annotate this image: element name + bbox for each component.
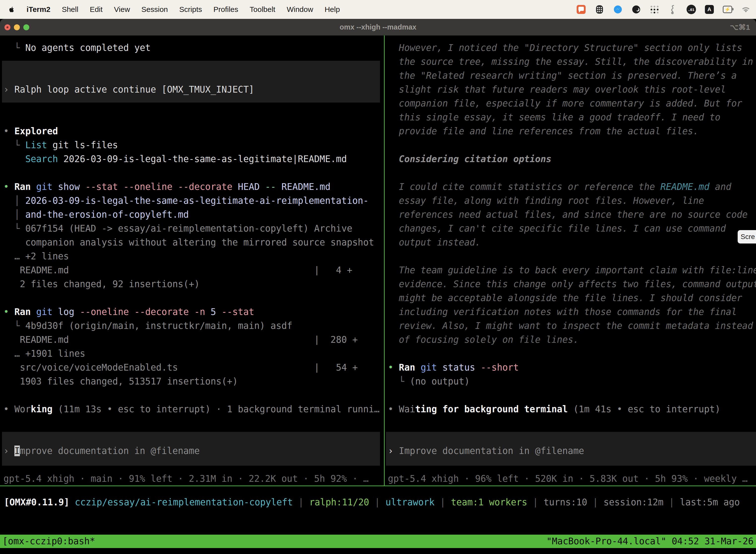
text-segment: mprove documentation in @filename	[20, 446, 200, 456]
text-segment: git ls-files	[47, 140, 118, 151]
tmux-session-label: [omx-cczip0:bash*	[2, 535, 95, 548]
text-segment: I	[14, 446, 20, 456]
text-segment: (11m 13s • esc to interrupt) · 1 backgro…	[53, 404, 380, 414]
terminal-line: gpt-5.4 xhigh · main · 91% left · 2.31M …	[3, 472, 369, 486]
text-segment: • Wai	[388, 404, 415, 414]
terminal-line: └ List git ls-files	[3, 138, 118, 152]
text-segment: session:12m	[604, 497, 664, 508]
terminal-line: review. Also, I might want to inspect th…	[388, 319, 753, 333]
input-source-icon[interactable]: A	[705, 5, 714, 14]
terminal-line: gpt-5.4 xhigh · 96% left · 520K in · 5.8…	[388, 472, 748, 486]
terminal-line: this single essay, it seems like a good …	[388, 110, 720, 124]
terminal-line: └ 4b9d30f (origin/main, instructkr/main,…	[3, 319, 293, 333]
text-segment: 5	[210, 307, 222, 317]
terminal-line: changes, I can't cite specific file line…	[388, 222, 726, 235]
terminal-line: evidence. Since this change only affects…	[388, 277, 756, 291]
text-segment: No agents completed yet	[25, 43, 150, 53]
text-segment: Ran	[14, 307, 31, 317]
text-segment: |	[664, 497, 680, 508]
text-segment: Ran	[399, 362, 415, 373]
text-segment: •	[3, 126, 14, 136]
terminal-line: • Ran git log --oneline --decorate -n 5 …	[3, 305, 254, 319]
menu-item-window[interactable]: Window	[287, 5, 313, 14]
text-segment	[31, 181, 36, 192]
text-segment: ›	[388, 446, 399, 456]
text-segment: README.md	[276, 181, 331, 192]
terminal-line: the source tree, missing the essay. Stil…	[388, 55, 753, 69]
text-segment: 2 files changed, 92 insertions(+)	[3, 279, 200, 289]
menu-item-iterm2[interactable]: iTerm2	[26, 5, 50, 14]
menu-item-scripts[interactable]: Scripts	[179, 5, 202, 14]
terminal-line: • Ran git status --short	[388, 361, 519, 375]
battery-icon[interactable]: ⚡	[723, 5, 732, 14]
text-segment: |	[435, 497, 451, 508]
text-segment: ting for background terminal	[415, 404, 568, 414]
text-segment: log	[53, 307, 80, 317]
minimize-button[interactable]	[14, 24, 20, 30]
window-titlebar[interactable]: omx --xhigh --madmax ⌥⌘1	[0, 19, 756, 36]
messenger-bolt-icon[interactable]	[613, 5, 623, 14]
text-segment: this single essay, it seems like a good …	[388, 112, 720, 123]
menu-item-session[interactable]: Session	[141, 5, 168, 14]
terminal-line: README.md | 4 +	[3, 263, 352, 277]
menu-item-edit[interactable]: Edit	[90, 5, 103, 14]
dots-grid-icon[interactable]	[650, 5, 659, 14]
text-segment: └	[3, 140, 25, 151]
text-segment: provide file and line references from th…	[388, 126, 699, 136]
apple-menu-icon[interactable]	[8, 5, 15, 13]
pane-divider-vertical[interactable]	[384, 36, 385, 486]
menu-item-help[interactable]: Help	[325, 5, 340, 14]
text-segment: slight risk that future readers may over…	[388, 84, 726, 95]
terminal-area[interactable]: └ No agents completed yet› Ralph loop ac…	[0, 36, 756, 554]
text-segment: 1903 files changed, 513517 insertions(+)	[3, 376, 238, 387]
text-segment: However, I noticed the "Directory Struct…	[388, 43, 742, 53]
terminal-line: essay file, along with finding root file…	[388, 194, 704, 208]
menu-item-profiles[interactable]: Profiles	[213, 5, 238, 14]
menubar-menus: iTerm2 Shell Edit View Session Scripts P…	[0, 5, 340, 14]
text-segment: 2026-03-09-is-legal-the-same-as-legitima…	[58, 154, 347, 164]
text-segment: review. Also, I might want to inspect th…	[388, 321, 753, 331]
terminal-line: • Waiting for background terminal (1m 41…	[388, 402, 720, 416]
text-segment	[415, 362, 421, 373]
text-segment: README.md	[660, 181, 710, 192]
badge-61-icon[interactable]: ..61	[687, 5, 696, 14]
terminal-line: slight risk that future readers may over…	[388, 82, 726, 97]
close-button[interactable]	[4, 24, 10, 30]
text-segment: ultrawork	[385, 497, 435, 508]
terminal-line: └ (no output)	[388, 375, 470, 388]
text-segment: └	[3, 223, 25, 234]
terminal-line: Considering citation options	[388, 152, 551, 166]
text-segment: (1m 41s • esc to interrupt)	[568, 404, 720, 414]
right-pane[interactable]: However, I noticed the "Directory Struct…	[388, 41, 756, 486]
text-segment: references need actual files, and since …	[388, 209, 748, 220]
screen-notification[interactable]: Scre	[738, 230, 756, 243]
zoom-button[interactable]	[23, 24, 29, 30]
text-segment: status	[437, 362, 481, 373]
terminal-line: 1903 files changed, 513517 insertions(+)	[3, 375, 238, 388]
wifi-icon[interactable]	[741, 5, 751, 14]
left-pane[interactable]: └ No agents completed yet› Ralph loop ac…	[3, 41, 382, 486]
text-segment: turns:10	[544, 497, 587, 508]
menu-item-toolbelt[interactable]: Toolbelt	[250, 5, 275, 14]
text-segment: king	[31, 404, 53, 414]
chat-bubble-icon[interactable]	[576, 5, 586, 14]
text-segment: |	[293, 497, 309, 508]
terminal-line: • Explored	[3, 124, 58, 138]
text-segment: HEAD	[238, 181, 265, 192]
terminal-line: I could cite commit statistics or refere…	[388, 180, 731, 194]
text-segment: --stat --oneline --decorate	[85, 181, 238, 192]
menu-item-shell[interactable]: Shell	[62, 5, 78, 14]
squiggle-icon[interactable]	[668, 5, 678, 14]
terminal-line: • Working (11m 13s • esc to interrupt) ·…	[3, 402, 379, 416]
text-segment: 2026-03-09-is-legal-the-same-as-legitima…	[25, 195, 369, 206]
text-segment: git	[36, 307, 53, 317]
iterm2-window: omx --xhigh --madmax ⌥⌘1 └ No agents com…	[0, 19, 756, 554]
crescent-circle-icon[interactable]	[631, 5, 641, 14]
terminal-line: of focusing solely on file lines.	[388, 333, 579, 347]
terminal-line: might be acceptable alongside the file l…	[388, 291, 742, 305]
text-segment: Ralph loop active continue [OMX_TMUX_INJ…	[14, 84, 254, 95]
shield-grid-icon[interactable]	[595, 5, 604, 14]
menu-item-view[interactable]: View	[114, 5, 130, 14]
pane-divider-horizontal	[0, 486, 756, 486]
terminal-line: output instead.	[388, 235, 481, 250]
